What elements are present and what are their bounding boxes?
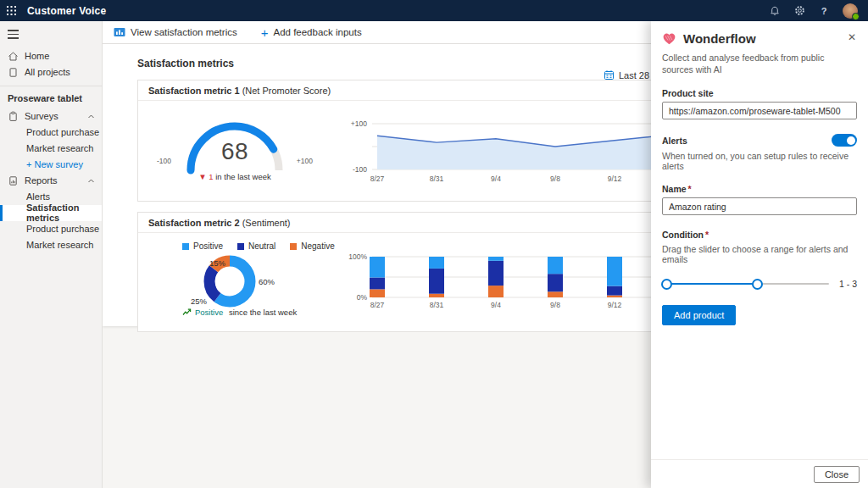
svg-text:0%: 0% [357, 293, 368, 302]
sidebar-item-product-purchase-report[interactable]: Product purchase [0, 221, 102, 237]
sidebar-item-product-purchase-survey[interactable]: Product purchase [0, 125, 102, 141]
sidebar: Home All projects Proseware tablet Surve… [0, 21, 103, 488]
donut-label-negative: 15% [209, 258, 225, 268]
sentiment-legend: Positive Neutral Negative [182, 241, 335, 251]
view-satisfaction-metrics-button[interactable]: View satisfaction metrics [114, 27, 237, 37]
sidebar-item-home[interactable]: Home [0, 48, 102, 64]
sentiment-bar-chart: 100%0%8/278/319/49/89/12 [333, 247, 655, 321]
nps-delta: ▼ 1 in the last week [145, 172, 325, 181]
slider-range-value: 1 - 3 [839, 279, 857, 289]
panel-header: Wonderflow [662, 31, 857, 46]
svg-text:+100: +100 [351, 119, 367, 128]
nps-trend-chart: +100-1008/278/319/49/89/12 [333, 115, 655, 190]
wonderflow-panel: Wonderflow ✕ Collect and analyse feedbac… [651, 21, 868, 488]
sidebar-group-label: Reports [25, 175, 58, 186]
panel-subtitle: Collect and analyse feedback from public… [662, 53, 857, 75]
close-icon[interactable]: ✕ [844, 30, 860, 45]
nps-gauge: 68 -100 +100 ▼ 1 in the last week [145, 101, 325, 201]
report-icon [8, 175, 19, 186]
topbar-actions: ? [769, 3, 868, 19]
sidebar-group-reports[interactable]: Reports [0, 173, 102, 189]
svg-text:9/4: 9/4 [491, 175, 501, 183]
legend-item-positive: Positive [182, 241, 223, 251]
hamburger-menu-icon[interactable] [0, 21, 102, 48]
name-input[interactable] [662, 197, 857, 215]
project-name: Proseware tablet [0, 92, 102, 108]
document-icon [8, 67, 19, 78]
positive-swatch [182, 243, 189, 250]
condition-label: Condition* [662, 230, 857, 240]
slider-fill [662, 283, 757, 285]
wonderflow-logo-icon [662, 32, 676, 46]
svg-text:8/31: 8/31 [430, 175, 444, 183]
required-mark: * [705, 230, 709, 240]
sidebar-item-market-research-survey[interactable]: Market research [0, 141, 102, 157]
sidebar-item-all-projects[interactable]: All projects [0, 64, 102, 80]
slider-thumb-min[interactable] [661, 279, 672, 290]
svg-text:9/8: 9/8 [550, 301, 560, 309]
sidebar-divider [0, 86, 102, 86]
svg-text:-100: -100 [353, 165, 367, 174]
panel-title: Wonderflow [683, 31, 756, 46]
app-title: Customer Voice [27, 5, 106, 17]
waffle-icon [7, 6, 16, 15]
product-site-label: Product site [662, 88, 857, 98]
svg-text:9/12: 9/12 [608, 175, 622, 183]
sidebar-item-new-survey[interactable]: + New survey [0, 157, 102, 173]
legend-item-negative: Negative [290, 241, 334, 251]
donut-label-neutral: 25% [191, 297, 207, 306]
svg-text:9/12: 9/12 [608, 301, 622, 309]
sidebar-group-surveys[interactable]: Surveys [0, 108, 102, 125]
close-button[interactable]: Close [814, 466, 860, 483]
add-product-button[interactable]: Add product [662, 305, 736, 325]
sidebar-group-label: Surveys [25, 111, 58, 121]
chevron-up-icon [87, 113, 95, 120]
alerts-toggle[interactable] [832, 134, 857, 147]
sidebar-item-market-research-report[interactable]: Market research [0, 237, 102, 253]
calendar-icon [604, 69, 615, 80]
slider-thumb-max[interactable] [752, 279, 763, 290]
condition-range-slider[interactable] [662, 278, 829, 290]
help-icon[interactable]: ? [818, 5, 830, 17]
trend-up-arrow-icon [182, 308, 192, 316]
plus-icon: + [261, 26, 269, 39]
down-triangle-icon: ▼ [198, 172, 206, 181]
top-bar: Customer Voice ? [0, 0, 868, 21]
svg-text:9/4: 9/4 [491, 301, 501, 309]
svg-text:100%: 100% [348, 252, 367, 261]
neutral-swatch [237, 243, 244, 250]
gauge-max-label: +100 [297, 157, 313, 165]
user-avatar[interactable] [843, 3, 858, 19]
gauge-min-label: -100 [157, 157, 171, 165]
sidebar-item-label: Home [25, 51, 49, 61]
svg-text:8/31: 8/31 [430, 301, 444, 309]
condition-description: Drag the slider to choose a range for al… [662, 244, 857, 264]
add-feedback-inputs-button[interactable]: + Add feedback inputs [261, 26, 362, 39]
home-icon [8, 51, 19, 62]
sentiment-trend-note: Positive since the last week [182, 308, 297, 317]
app-launcher-icon[interactable] [0, 0, 22, 21]
settings-gear-icon[interactable] [793, 5, 805, 17]
name-label: Name* [662, 184, 857, 194]
notifications-bell-icon[interactable] [769, 5, 781, 17]
sidebar-item-label: All projects [25, 67, 70, 77]
alerts-label: Alerts [662, 136, 687, 146]
metrics-chart-icon [114, 27, 125, 37]
sidebar-item-satisfaction-metrics[interactable]: Satisfaction metrics [0, 205, 102, 221]
svg-text:8/27: 8/27 [370, 301, 385, 309]
chevron-up-icon [87, 177, 95, 185]
svg-text:8/27: 8/27 [370, 175, 385, 183]
donut-label-positive: 60% [259, 277, 275, 286]
screen: Customer Voice ? Home All projects Prose… [0, 0, 868, 488]
alerts-description: When turned on, you can setup rules to r… [662, 151, 857, 171]
required-mark: * [688, 184, 692, 194]
panel-footer: Close [651, 459, 868, 488]
svg-text:9/8: 9/8 [550, 175, 560, 183]
clipboard-icon [8, 111, 19, 122]
negative-swatch [290, 243, 297, 250]
product-site-input[interactable] [662, 102, 857, 119]
legend-item-neutral: Neutral [237, 241, 275, 251]
